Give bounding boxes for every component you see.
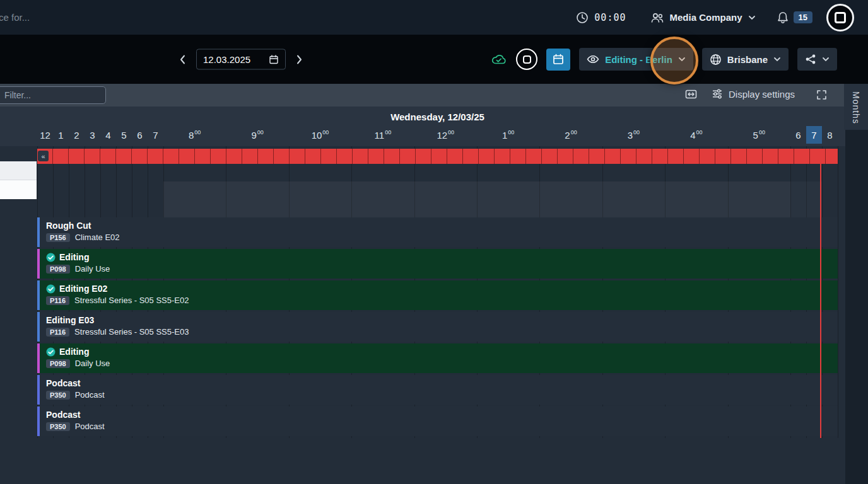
company-menu[interactable]: Media Company: [650, 12, 756, 23]
eye-icon: [587, 55, 599, 64]
view-selector-label: Editing - Berlin: [605, 54, 672, 65]
time-tracker-widget[interactable]: 00:00: [576, 11, 626, 24]
hour-label: 1200: [414, 126, 477, 144]
date-picker-field[interactable]: 12.03.2025: [196, 49, 286, 70]
global-search-input[interactable]: ce for...: [0, 12, 30, 23]
notification-count-badge: 15: [794, 11, 812, 23]
booking-title-line: Editing: [46, 252, 110, 262]
filter-input[interactable]: [0, 86, 106, 104]
schedule-timeline: Wednesday, 12/03/25 12123456780090010001…: [0, 107, 845, 484]
project-name: Stressful Series - S05 SS5-E03: [74, 327, 189, 337]
app-logo-mark: [523, 55, 531, 64]
date-navigation: 12.03.2025: [175, 49, 307, 70]
previous-day-button[interactable]: [175, 52, 189, 67]
hour-label: 400: [665, 126, 727, 144]
avatar[interactable]: [826, 4, 854, 32]
booking-row[interactable]: Editing P098 Daily Use: [37, 343, 838, 373]
cloud-sync-icon[interactable]: [491, 54, 507, 66]
clock-icon: [576, 11, 589, 24]
hour-label: 900: [226, 126, 288, 144]
app-window: ce for... 00:00 Media Company: [0, 0, 868, 484]
resource-cell-bottom[interactable]: [0, 180, 37, 199]
collapse-sidebar-button[interactable]: «: [38, 151, 49, 161]
booking-title-line: Editing E02: [46, 284, 189, 294]
share-icon: [805, 54, 816, 65]
booking-row[interactable]: Podcast P350 Podcast: [37, 406, 838, 436]
hour-label: 2: [69, 126, 85, 144]
location-selector-dropdown[interactable]: Brisbane: [702, 48, 789, 71]
confirmed-check-icon: [46, 253, 56, 262]
booking-title: Editing E03: [46, 315, 94, 325]
booking-title: Podcast: [46, 378, 80, 388]
sliders-icon: [712, 88, 723, 100]
project-name: Podcast: [75, 390, 105, 400]
project-code-badge: P350: [46, 422, 70, 431]
chevron-down-icon: [822, 57, 830, 62]
calendar-icon: [269, 54, 279, 64]
booking-row-content: Editing E02 P116 Stressful Series - S05 …: [40, 280, 189, 310]
project-name: Stressful Series - S05 SS5-E02: [74, 296, 189, 305]
booking-subtitle-line: P098 Daily Use: [46, 264, 110, 274]
project-name: Climate E02: [75, 233, 120, 242]
booking-row[interactable]: Editing P098 Daily Use: [37, 249, 838, 279]
project-code-badge: P098: [46, 265, 70, 274]
hour-label: 500: [728, 126, 790, 144]
project-name: Daily Use: [75, 359, 110, 368]
booking-title: Podcast: [46, 410, 80, 420]
project-code-badge: P156: [46, 233, 70, 242]
evening-hours-shading: [790, 182, 822, 217]
hour-label: 800: [163, 126, 226, 144]
booking-title-line: Editing E03: [46, 315, 189, 325]
resource-cell-top[interactable]: [0, 161, 37, 180]
fullscreen-icon[interactable]: [816, 89, 827, 100]
booking-row[interactable]: Editing E03 P116 Stressful Series - S05 …: [37, 312, 838, 342]
hour-label: 3: [85, 126, 100, 144]
tab-months[interactable]: Months: [844, 84, 868, 130]
booking-subtitle-line: P156 Climate E02: [46, 233, 120, 242]
booking-title-line: Podcast: [46, 378, 105, 388]
fit-width-icon[interactable]: [685, 89, 697, 99]
location-selector-label: Brisbane: [727, 54, 768, 65]
hour-label: 100: [477, 126, 539, 144]
confirmed-check-icon: [46, 284, 56, 294]
workspace-logo-icon[interactable]: [516, 49, 537, 70]
tracked-time-value: 00:00: [594, 12, 626, 23]
timeline-body: « Rough Cut P156 Climate E02: [0, 146, 845, 484]
booking-row[interactable]: Podcast P350 Podcast: [37, 375, 838, 405]
booking-row[interactable]: Editing E02 P116 Stressful Series - S05 …: [37, 280, 838, 310]
chevron-down-icon: [748, 15, 756, 20]
hour-label: 1100: [351, 126, 414, 144]
hour-label: 6: [790, 126, 806, 144]
topbar: ce for... 00:00 Media Company: [0, 0, 868, 35]
notifications-button[interactable]: 15: [777, 11, 812, 24]
booking-title-line: Editing: [46, 347, 110, 357]
timeline-hour-scale[interactable]: 1212345678009001000110012001002003004005…: [37, 126, 838, 144]
hour-label: 1000: [289, 126, 351, 144]
booking-row-content: Editing E03 P116 Stressful Series - S05 …: [40, 312, 189, 342]
project-code-badge: P098: [46, 359, 70, 368]
booking-row[interactable]: Rough Cut P156 Climate E02: [37, 217, 838, 247]
display-settings-label: Display settings: [729, 89, 795, 100]
next-day-button[interactable]: [293, 52, 307, 67]
booking-rows: Rough Cut P156 Climate E02 Editing P098 …: [0, 217, 845, 438]
hour-label: 1: [53, 126, 69, 144]
booking-row-content: Podcast P350 Podcast: [40, 406, 105, 436]
calendar-view-button[interactable]: [546, 49, 570, 71]
share-dropdown[interactable]: [797, 48, 837, 71]
company-name: Media Company: [670, 12, 742, 23]
conflict-alert-bar[interactable]: [37, 149, 838, 164]
view-selector-dropdown[interactable]: Editing - Berlin: [579, 48, 693, 71]
display-settings-button[interactable]: Display settings: [712, 88, 795, 100]
topbar-right-cluster: 00:00 Media Company 15: [576, 4, 868, 32]
project-code-badge: P350: [46, 391, 70, 400]
filterbar: Display settings: [0, 84, 845, 107]
booking-title-line: Podcast: [46, 410, 105, 420]
project-code-badge: P116: [46, 296, 69, 305]
hour-label: 6: [132, 126, 148, 144]
hour-label: 200: [539, 126, 602, 144]
working-hours-shading: [163, 182, 790, 217]
chevron-down-icon: [678, 57, 686, 62]
project-name: Daily Use: [75, 264, 110, 274]
booking-title: Editing: [59, 347, 89, 357]
booking-row-content: Editing P098 Daily Use: [40, 249, 110, 279]
